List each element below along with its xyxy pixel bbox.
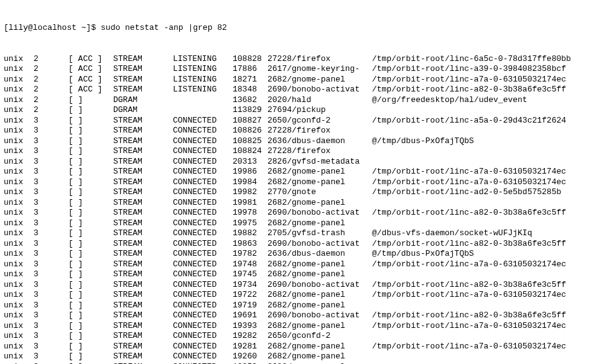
col-inode: 19281	[233, 342, 267, 352]
col-flags: [ ]	[68, 157, 113, 167]
col-path: /tmp/orbit-root/linc-a82-0-3b38a6fe3c5ff	[372, 280, 566, 291]
command-text: sudo netstat -anp |grep 82	[101, 23, 227, 34]
col-inode: 19691	[233, 310, 267, 321]
col-path: /tmp/orbit-root/linc-ad2-0-5e5bd575285b	[372, 187, 561, 198]
col-flags: [ ACC ]	[68, 64, 113, 75]
col-refcnt: 2	[34, 85, 68, 95]
col-inode: 19984	[233, 177, 267, 188]
col-path: @/tmp/dbus-PxOfajTQbS	[372, 136, 474, 147]
col-proto: unix	[4, 228, 34, 239]
col-program: 27694/pickup	[267, 105, 372, 116]
col-type: STREAM	[113, 136, 173, 147]
col-flags: [ ACC ]	[68, 85, 113, 95]
col-flags: [ ]	[68, 352, 113, 362]
col-state: CONNECTED	[173, 208, 233, 218]
col-refcnt: 3	[34, 249, 68, 259]
col-proto: unix	[4, 269, 34, 280]
netstat-row: unix2[ ]DGRAM11382927694/pickup	[4, 105, 605, 116]
col-refcnt: 3	[34, 146, 68, 157]
col-type: STREAM	[113, 146, 173, 157]
col-proto: unix	[4, 126, 34, 136]
col-state: CONNECTED	[173, 136, 233, 147]
col-state: CONNECTED	[173, 321, 233, 332]
col-state: LISTENING	[173, 64, 233, 75]
col-type: DGRAM	[113, 105, 173, 116]
col-flags: [ ]	[68, 167, 113, 177]
col-inode: 108826	[233, 126, 267, 136]
col-state: LISTENING	[173, 75, 233, 85]
col-program: 2682/gnome-panel	[267, 301, 372, 311]
col-flags: [ ]	[68, 177, 113, 188]
col-type: STREAM	[113, 301, 173, 311]
col-program: 2682/gnome-panel	[267, 321, 372, 332]
col-proto: unix	[4, 187, 34, 198]
col-flags: [ ]	[68, 136, 113, 147]
col-state: CONNECTED	[173, 187, 233, 198]
col-proto: unix	[4, 218, 34, 229]
col-type: STREAM	[113, 54, 173, 65]
col-state: CONNECTED	[173, 177, 233, 188]
col-refcnt: 3	[34, 301, 68, 311]
col-state: CONNECTED	[173, 239, 233, 250]
col-refcnt: 3	[34, 187, 68, 198]
netstat-row: unix2[ ACC ]STREAMLISTENING183482690/bon…	[4, 85, 605, 95]
col-program: 2682/gnome-panel	[267, 177, 372, 188]
col-proto: unix	[4, 208, 34, 218]
netstat-row: unix3[ ]STREAMCONNECTED197342690/bonobo-…	[4, 280, 605, 291]
col-program: 2705/gvfsd-trash	[267, 228, 372, 239]
col-inode: 19978	[233, 208, 267, 218]
col-flags: [ ]	[68, 187, 113, 198]
col-proto: unix	[4, 352, 34, 362]
col-path: /tmp/orbit-root/linc-a7a-0-63105032174ec	[372, 75, 566, 85]
col-proto: unix	[4, 301, 34, 311]
col-refcnt: 3	[34, 362, 68, 365]
col-state: CONNECTED	[173, 331, 233, 342]
netstat-row: unix3[ ]STREAMCONNECTED197822636/dbus-da…	[4, 249, 605, 259]
col-flags: [ ]	[68, 116, 113, 126]
col-flags: [ ]	[68, 95, 113, 106]
col-state: CONNECTED	[173, 157, 233, 167]
col-type: STREAM	[113, 342, 173, 352]
col-type: DGRAM	[113, 95, 173, 106]
col-flags: [ ACC ]	[68, 75, 113, 85]
col-state: CONNECTED	[173, 126, 233, 136]
col-path: /tmp/orbit-root/linc-a82-0-3b38a6fe3c5ff	[372, 239, 566, 250]
col-state: CONNECTED	[173, 198, 233, 208]
netstat-row: unix3[ ]STREAMCONNECTED198632690/bonobo-…	[4, 239, 605, 250]
col-proto: unix	[4, 259, 34, 270]
col-refcnt: 3	[34, 218, 68, 229]
col-proto: unix	[4, 198, 34, 208]
col-refcnt: 3	[34, 177, 68, 188]
col-path: /tmp/orbit-root/linc-a39-0-3984082358bcf	[372, 64, 566, 75]
terminal-output[interactable]: [lily@localhost ~]$ sudo netstat -anp |g…	[0, 0, 609, 364]
col-type: STREAM	[113, 157, 173, 167]
col-state: CONNECTED	[173, 249, 233, 259]
col-flags: [ ]	[68, 362, 113, 365]
col-path: /tmp/orbit-root/linc-a7a-0-63105032174ec	[372, 177, 566, 188]
col-refcnt: 3	[34, 342, 68, 352]
netstat-row: unix2[ ]DGRAM136822020/hald@/org/freedes…	[4, 95, 605, 106]
col-program: 2020/hald	[267, 95, 372, 106]
col-inode: 18348	[233, 85, 267, 95]
col-refcnt: 3	[34, 198, 68, 208]
col-refcnt: 3	[34, 352, 68, 362]
col-state: CONNECTED	[173, 362, 233, 365]
col-flags: [ ]	[68, 218, 113, 229]
col-program: 2682/gnome-panel	[267, 167, 372, 177]
col-program: 2690/bonobo-activat	[267, 280, 372, 291]
col-inode: 19863	[233, 239, 267, 250]
netstat-row: unix3[ ]STREAMCONNECTED192822650/gconfd-…	[4, 331, 605, 342]
col-type: STREAM	[113, 167, 173, 177]
col-path: /tmp/orbit-root/linc-a82-0-3b38a6fe3c5ff	[372, 85, 566, 95]
col-program: 2690/bonobo-activat	[267, 239, 372, 250]
col-program: 27228/firefox	[267, 126, 372, 136]
col-path: @/dbus-vfs-daemon/socket-wUFJjKIq	[372, 228, 532, 239]
col-program: 2682/gnome-panel	[267, 218, 372, 229]
col-inode: 19719	[233, 301, 267, 311]
col-flags: [ ]	[68, 228, 113, 239]
col-inode: 108827	[233, 116, 267, 126]
netstat-row: unix3[ ]STREAMCONNECTED199782690/bonobo-…	[4, 208, 605, 218]
col-state: CONNECTED	[173, 310, 233, 321]
col-inode: 17886	[233, 64, 267, 75]
col-flags: [ ]	[68, 239, 113, 250]
